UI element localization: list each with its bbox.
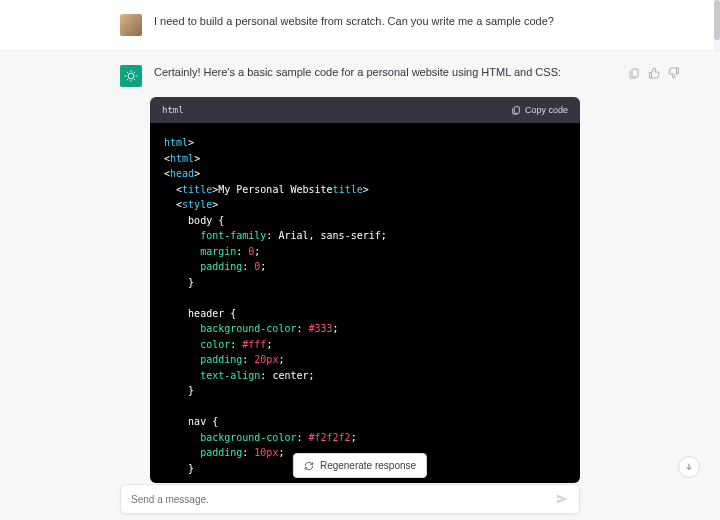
- assistant-message-text: Certainly! Here's a basic sample code fo…: [142, 65, 628, 80]
- svg-rect-2: [514, 107, 519, 114]
- regenerate-button[interactable]: Regenerate response: [293, 453, 427, 478]
- clipboard-icon[interactable]: [628, 65, 640, 77]
- assistant-section: Certainly! Here's a basic sample code fo…: [0, 50, 720, 520]
- thumbs-up-icon[interactable]: [648, 65, 660, 77]
- code-header: html Copy code: [150, 97, 580, 123]
- scroll-to-bottom-button[interactable]: [678, 456, 700, 478]
- code-content[interactable]: html> <html> <head> <title>My Personal W…: [150, 123, 580, 483]
- copy-code-button[interactable]: Copy code: [511, 105, 568, 115]
- svg-rect-1: [632, 69, 638, 77]
- message-input-container[interactable]: [120, 484, 580, 514]
- regenerate-label: Regenerate response: [320, 460, 416, 471]
- thumbs-down-icon[interactable]: [668, 65, 680, 77]
- user-message-text: I need to build a personal website from …: [142, 14, 720, 29]
- send-icon[interactable]: [555, 492, 569, 506]
- user-avatar: [120, 14, 142, 36]
- svg-point-0: [128, 73, 134, 79]
- copy-code-label: Copy code: [525, 105, 568, 115]
- message-input[interactable]: [131, 494, 555, 505]
- code-block: html Copy code html> <html> <head> <titl…: [150, 87, 580, 483]
- user-message-row: I need to build a personal website from …: [0, 0, 720, 50]
- assistant-avatar: [120, 65, 142, 87]
- code-language-label: html: [162, 105, 184, 115]
